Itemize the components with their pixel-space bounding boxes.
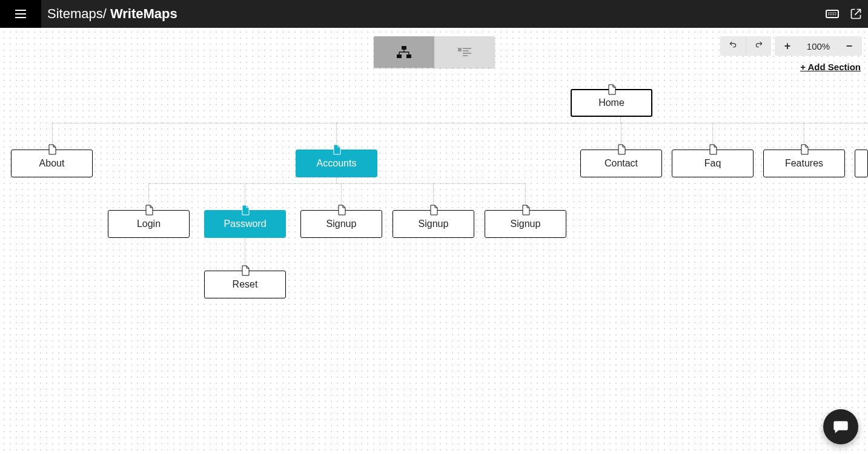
node-about[interactable]: About [11, 150, 93, 177]
node-label: Reset [233, 279, 258, 290]
node-signup-2[interactable]: Signup [393, 210, 474, 238]
canvas-toolbar: + 100% − [720, 36, 862, 56]
zoom-out-button[interactable]: − [837, 36, 862, 56]
redo-button[interactable] [746, 36, 771, 56]
page-icon [709, 144, 717, 155]
node-reset[interactable]: Reset [204, 271, 286, 298]
node-label: Accounts [317, 158, 357, 169]
page-icon [145, 205, 153, 215]
node-contact[interactable]: Contact [580, 150, 662, 177]
connector [336, 177, 337, 183]
page-icon [337, 205, 346, 215]
node-label: Signup [511, 219, 541, 229]
chat-button[interactable] [823, 409, 858, 444]
hamburger-icon [15, 10, 26, 18]
undo-button[interactable] [720, 36, 746, 56]
node-faq[interactable]: Faq [672, 150, 754, 177]
breadcrumb: Sitemaps/ WriteMaps [47, 6, 177, 22]
node-label: Features [785, 158, 823, 169]
sitemap-canvas[interactable]: + 100% − + Add Section Home About Accoun… [0, 28, 868, 454]
connector [52, 123, 868, 123]
node-signup-1[interactable]: Signup [300, 210, 382, 238]
node-label: Login [137, 219, 161, 229]
share-icon[interactable] [850, 8, 862, 20]
tree-view-icon [395, 45, 413, 59]
connector [148, 183, 525, 184]
zoom-level-label: 100% [800, 36, 837, 56]
menu-button[interactable] [0, 0, 41, 28]
node-password[interactable]: Password [204, 210, 286, 238]
breadcrumb-root[interactable]: Sitemaps/ [47, 6, 110, 21]
svg-rect-0 [402, 46, 406, 50]
page-icon [608, 84, 616, 95]
redo-icon [754, 42, 764, 50]
svg-rect-7 [463, 55, 468, 56]
node-accounts[interactable]: Accounts [296, 150, 377, 177]
add-section-link[interactable]: + Add Section [800, 62, 861, 72]
breadcrumb-current: WriteMaps [110, 6, 177, 21]
node-label: Faq [704, 158, 721, 169]
page-icon [241, 265, 250, 276]
undo-icon [727, 42, 738, 50]
page-icon [800, 144, 809, 155]
node-label: Signup [326, 219, 357, 229]
view-toggle [374, 36, 495, 68]
node-label: About [39, 158, 65, 169]
view-toggle-tree[interactable] [374, 36, 434, 68]
list-view-icon [456, 45, 474, 59]
svg-rect-3 [458, 48, 462, 51]
connector [620, 117, 621, 123]
node-label: Password [224, 219, 266, 229]
page-icon [48, 144, 56, 155]
node-label: Contact [605, 158, 638, 169]
node-login[interactable]: Login [108, 210, 190, 238]
view-toggle-list[interactable] [434, 36, 495, 68]
chat-icon [832, 418, 849, 435]
app-header: Sitemaps/ WriteMaps [0, 0, 868, 28]
page-icon [241, 205, 250, 215]
page-icon [617, 144, 626, 155]
node-home[interactable]: Home [571, 89, 652, 117]
node-label: Home [598, 97, 624, 108]
svg-rect-5 [463, 50, 469, 51]
page-icon [333, 144, 341, 155]
svg-rect-2 [406, 54, 411, 58]
node-overflow[interactable] [855, 150, 868, 177]
page-icon [429, 205, 438, 215]
zoom-in-button[interactable]: + [775, 36, 800, 56]
keyboard-icon[interactable] [826, 10, 839, 18]
svg-rect-1 [397, 54, 402, 58]
page-icon [522, 205, 530, 215]
svg-rect-4 [463, 48, 471, 49]
node-features[interactable]: Features [763, 150, 845, 177]
svg-rect-6 [463, 53, 471, 54]
node-label: Signup [419, 219, 449, 229]
node-signup-3[interactable]: Signup [485, 210, 566, 238]
